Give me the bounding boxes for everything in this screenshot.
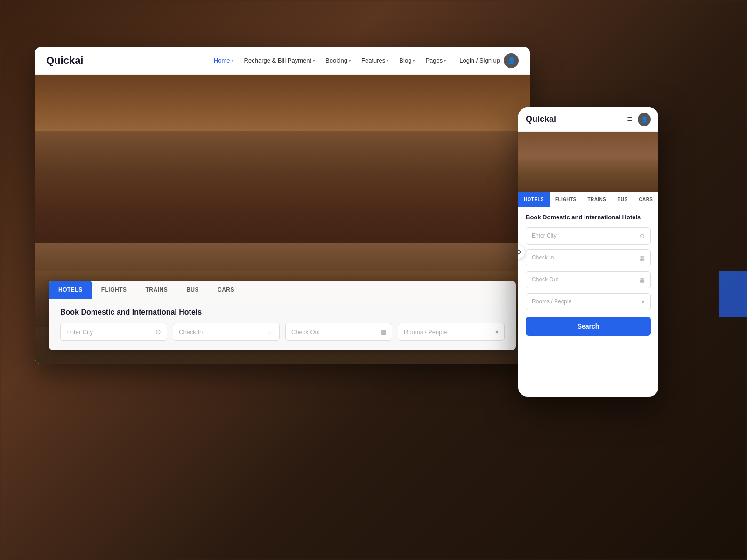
mobile-tabs: HOTELS FLIGHTS TRAINS BUS CARS (518, 192, 658, 207)
location-icon: ⊙ (640, 232, 645, 239)
chevron-down-icon: ▾ (349, 58, 351, 63)
desktop-city-field[interactable]: Enter City ⊙ (60, 323, 167, 341)
desktop-hero: HOTELS FLIGHTS TRAINS BUS CARS Book Dome… (35, 75, 530, 364)
desktop-search-fields: Enter City ⊙ Check In ▦ Check Out ▦ Room… (60, 323, 505, 341)
tab-flights[interactable]: FLIGHTS (92, 281, 136, 299)
desktop-browser-mockup: Quickai Home ▾ Recharge & Bill Payment ▾… (35, 47, 530, 364)
nav-link-recharge[interactable]: Recharge & Bill Payment ▾ (240, 54, 319, 67)
mobile-rooms-field[interactable]: Rooms / People ▾ (526, 293, 651, 310)
desktop-search-panel: HOTELS FLIGHTS TRAINS BUS CARS Book Dome… (49, 281, 516, 350)
mobile-tab-hotels[interactable]: HOTELS (518, 192, 550, 207)
chevron-down-icon: ▾ (444, 58, 446, 63)
mobile-city-field[interactable]: Enter City ⊙ (526, 227, 651, 245)
calendar-icon: ▦ (639, 276, 645, 283)
gear-icon: ⚙ (518, 248, 521, 256)
mobile-search-panel: HOTELS FLIGHTS TRAINS BUS CARS Book Dome… (518, 192, 658, 342)
chevron-down-icon: ▾ (495, 328, 499, 336)
nav-link-pages[interactable]: Pages ▾ (422, 54, 450, 67)
location-icon: ⊙ (155, 328, 161, 336)
calendar-icon: ▦ (268, 328, 274, 336)
mobile-tab-flights[interactable]: FLIGHTS (550, 192, 582, 207)
mobile-search-title: Book Domestic and International Hotels (526, 214, 651, 222)
mobile-checkin-field[interactable]: Check In ▦ (526, 249, 651, 266)
tab-bus[interactable]: BUS (177, 281, 208, 299)
nav-link-booking[interactable]: Booking ▾ (322, 54, 355, 67)
login-signup-button[interactable]: Login / Sign up 👤 (459, 53, 519, 68)
desktop-nav-links: Home ▾ Recharge & Bill Payment ▾ Booking… (210, 54, 450, 67)
chevron-down-icon: ▾ (641, 298, 645, 305)
mobile-tab-bus[interactable]: BUS (612, 192, 633, 207)
desktop-rooms-field[interactable]: Rooms / People ▾ (398, 323, 505, 341)
mobile-tab-trains[interactable]: TRAINS (582, 192, 612, 207)
chevron-down-icon: ▾ (313, 58, 315, 63)
mobile-logo: Quickai (526, 114, 627, 124)
calendar-icon: ▦ (380, 328, 386, 336)
desktop-checkout-field[interactable]: Check Out ▦ (285, 323, 392, 341)
mobile-browser-mockup: ⚙ Quickai ≡ 👤 HOTELS FLIGHTS TRAINS BUS … (518, 107, 658, 397)
mobile-navbar: Quickai ≡ 👤 (518, 107, 658, 132)
mobile-search-body: Book Domestic and International Hotels E… (518, 207, 658, 342)
chevron-down-icon: ▾ (232, 58, 234, 63)
mobile-checkout-field[interactable]: Check Out ▦ (526, 271, 651, 288)
chevron-down-icon: ▾ (413, 58, 415, 63)
desktop-logo: Quickai (46, 55, 83, 67)
mobile-user-avatar: 👤 (638, 113, 651, 126)
nav-link-home[interactable]: Home ▾ (210, 54, 238, 67)
mobile-hero (518, 132, 658, 192)
nav-link-blog[interactable]: Blog ▾ (395, 54, 419, 67)
bg-decoration (719, 271, 747, 317)
desktop-navbar: Quickai Home ▾ Recharge & Bill Payment ▾… (35, 47, 530, 75)
chevron-down-icon: ▾ (387, 58, 389, 63)
hamburger-icon[interactable]: ≡ (627, 114, 632, 124)
nav-link-features[interactable]: Features ▾ (358, 54, 393, 67)
desktop-search-body: Book Domestic and International Hotels E… (49, 299, 516, 350)
calendar-icon: ▦ (639, 254, 645, 261)
tab-hotels[interactable]: HOTELS (49, 281, 92, 299)
mobile-search-button[interactable]: Search (526, 317, 651, 336)
tab-trains[interactable]: TRAINS (136, 281, 177, 299)
desktop-checkin-field[interactable]: Check In ▦ (173, 323, 280, 341)
desktop-tabs: HOTELS FLIGHTS TRAINS BUS CARS (49, 281, 516, 299)
desktop-search-title: Book Domestic and International Hotels (60, 308, 505, 316)
tab-cars[interactable]: CARS (208, 281, 244, 299)
user-avatar: 👤 (504, 53, 519, 68)
mobile-tab-cars[interactable]: CARS (634, 192, 659, 207)
